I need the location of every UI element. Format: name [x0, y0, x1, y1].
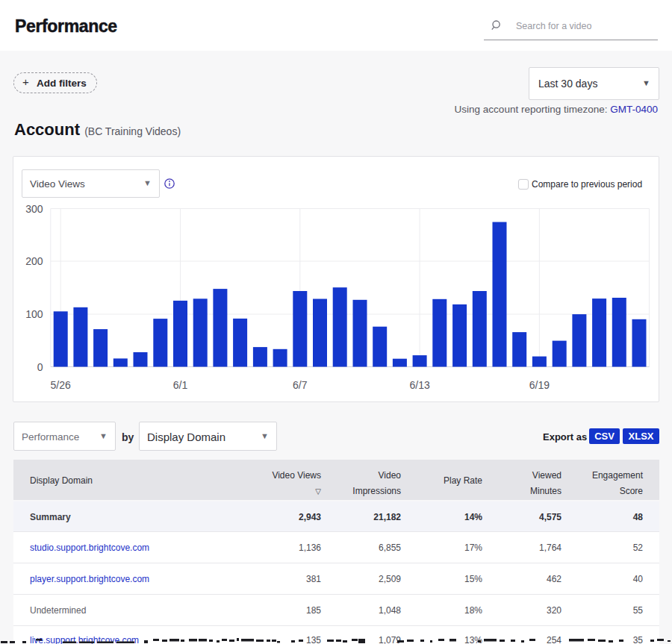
svg-text:6/19: 6/19 [529, 379, 549, 391]
svg-text:0: 0 [37, 361, 43, 373]
svg-text:6/1: 6/1 [172, 379, 187, 391]
svg-text:5/26: 5/26 [50, 379, 70, 391]
svg-text:100: 100 [25, 308, 43, 320]
svg-text:200: 200 [25, 255, 43, 267]
svg-text:300: 300 [25, 203, 43, 215]
svg-text:6/13: 6/13 [409, 379, 429, 391]
svg-text:6/7: 6/7 [293, 379, 308, 391]
